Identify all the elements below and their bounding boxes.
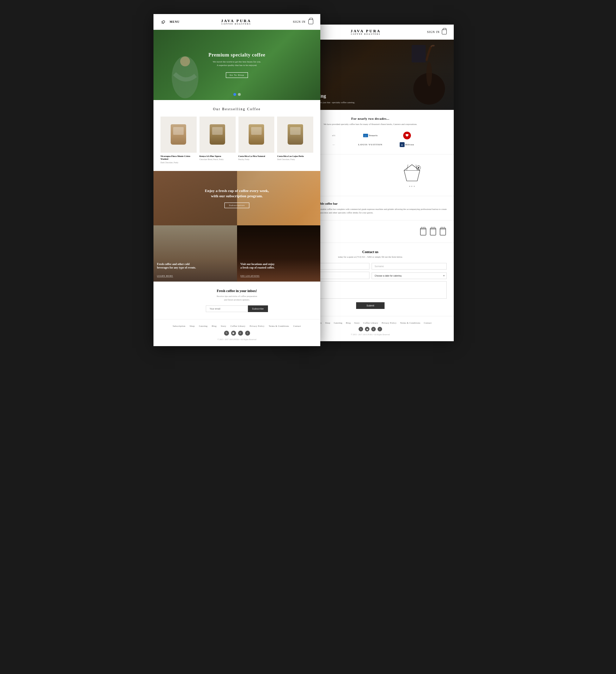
twitter-icon-right[interactable]: 𝕏 [359, 327, 363, 331]
newsletter-subscribe-btn[interactable]: Subscribe [248, 305, 268, 312]
product-card-4[interactable]: Costa Rica Las Lajas Perla Dark Chocolat… [277, 117, 313, 164]
submit-button[interactable]: Submit [356, 302, 385, 309]
signin-label-right[interactable]: SIGN IN [427, 31, 440, 34]
cup-icon-3 [439, 227, 447, 237]
product-card-1[interactable]: Nicaragua Finca Monte Cristo Washed Dark… [160, 117, 197, 164]
col-card-right-link[interactable]: SEE LOCATIONS [241, 275, 260, 277]
footer-right-blog[interactable]: Blog [346, 322, 351, 324]
product-name-2: Kenya AA Plus Nguvu [199, 155, 236, 158]
sub-cta[interactable]: Subscription [224, 203, 249, 208]
newsletter-section: Fresh coffee in your inbox! Receive tips… [153, 282, 320, 319]
hero-figure [168, 54, 203, 100]
facebook-icon[interactable]: f [245, 331, 250, 336]
bestselling-section: Our Bestselling Coffee Nicaragua Finca M… [153, 100, 320, 171]
col-card-left-link[interactable]: LEARN MORE [157, 275, 173, 277]
brand-tenaris: — Tenaris [363, 134, 378, 137]
bestselling-title: Our Bestselling Coffee [160, 107, 313, 111]
pinterest-icon-right[interactable]: P [371, 327, 376, 331]
sub-title: Enjoy a fresh cup of coffee every week,w… [205, 188, 269, 199]
product-name-4: Costa Rica Las Lajas Perla [277, 155, 313, 158]
menu-label[interactable]: MENU [170, 20, 179, 24]
brand-item-lv-partial: — [318, 144, 350, 146]
col-card-left[interactable]: Fresh coffee and other coldbeverages for… [153, 225, 237, 282]
instagram-icon[interactable]: ▣ [231, 331, 236, 336]
brand-lv-partial: — [333, 144, 335, 146]
footer-right-shop[interactable]: Shop [325, 322, 330, 324]
social-icons-left: 𝕏 ▣ P f [160, 331, 313, 336]
col-card-right-title: Visit our locations and enjoya fresh cup… [241, 263, 275, 270]
col-card-left-content: Fresh coffee and other coldbeverages for… [157, 263, 196, 278]
footer-right-story[interactable]: Story [354, 322, 360, 324]
newsletter-email-input[interactable] [206, 305, 248, 312]
tenaris-icon: — [363, 134, 368, 137]
cart-icon-left[interactable] [308, 19, 313, 24]
logo-main-right: JAVA PURA [350, 29, 381, 33]
product-desc-3: Peachy, Fruity [238, 158, 275, 161]
footer-right-privacy[interactable]: Privacy Policy [382, 322, 397, 324]
footer-left: Subscription Shop Catering Blog Story Co… [153, 319, 320, 346]
brands-grid: oft — Tenaris — [318, 132, 423, 147]
product-img-1 [160, 117, 197, 153]
footer-link-catering[interactable]: Catering [199, 325, 208, 327]
footer-right-coffee-library[interactable]: Coffee Library [363, 322, 378, 324]
brand-lv: LOUIS VUITTON [358, 143, 382, 146]
dot-active[interactable] [233, 93, 236, 96]
footer-link-blog[interactable]: Blog [212, 325, 217, 327]
twitter-icon[interactable]: 𝕏 [224, 331, 229, 336]
signin-label-left[interactable]: SIGN IN [293, 20, 306, 24]
logo-sub-left: COFFEE ROASTERS [221, 23, 251, 25]
svg-rect-16 [420, 228, 426, 230]
product-img-2 [199, 117, 236, 153]
logo-sub-right: COFFEE ROASTERS [350, 33, 381, 35]
brand-item-aha [391, 132, 423, 139]
cup-icon-1 [419, 227, 427, 237]
hero-person-svg [168, 54, 203, 100]
coffee-bag-4 [288, 124, 303, 145]
product-card-2[interactable]: Kenya AA Plus Nguvu Chocolate Blend, Pea… [199, 117, 236, 164]
footer-link-story[interactable]: Story [221, 325, 227, 327]
hero-dots [233, 93, 241, 96]
footer-link-subscription[interactable]: Subscription [173, 325, 185, 327]
footer-right-catering[interactable]: Catering [334, 322, 342, 324]
svg-point-1 [180, 57, 190, 66]
brand-hilton: H Hilton [400, 142, 414, 147]
aha-icon [403, 132, 411, 139]
date-select[interactable]: Choose a date for catering [372, 272, 447, 279]
instagram-icon-right[interactable]: ▣ [365, 327, 369, 331]
last-name-input[interactable] [372, 263, 447, 270]
footer-link-coffee-library[interactable]: Coffee Library [230, 325, 245, 327]
brand-item-hilton: H Hilton [391, 142, 423, 147]
brand-item-tenaris: — Tenaris [354, 134, 387, 137]
cup-icon-2 [429, 227, 437, 237]
facebook-icon-right[interactable]: f [378, 327, 382, 331]
date-select-wrapper: Choose a date for catering ▾ [372, 272, 447, 279]
diamond-section: ✦ ✦ ✦ [372, 154, 454, 196]
cart-icon-right[interactable] [442, 29, 447, 34]
col-card-right-content: Visit our locations and enjoya fresh cup… [241, 263, 275, 278]
nav-menu-left[interactable]: MENU [160, 18, 179, 25]
svg-point-3 [426, 62, 432, 86]
footer-link-privacy[interactable]: Privacy Policy [250, 325, 264, 327]
dot-inactive[interactable] [238, 93, 241, 96]
hero-title-left: Premium specialty coffee [209, 52, 266, 58]
footer-links-left: Subscription Shop Catering Blog Story Co… [160, 325, 313, 327]
footer-link-contact[interactable]: Contact [293, 325, 301, 327]
product-card-3[interactable]: Costa Rica La Pira Natural Peachy, Fruit… [238, 117, 275, 164]
newsletter-form: Subscribe [160, 305, 313, 312]
svg-text:—: — [364, 135, 367, 137]
svg-rect-21 [430, 228, 436, 230]
aha-heart-icon [405, 134, 409, 137]
footer-link-terms[interactable]: Terms & Conditions [269, 325, 289, 327]
pinterest-icon[interactable]: P [238, 331, 243, 336]
diamond-coffee-icon [401, 163, 422, 184]
svg-point-14 [418, 167, 419, 169]
decades-body: We have provided specialty coffee bars f… [318, 123, 423, 126]
newsletter-title: Fresh coffee in your inbox! [160, 289, 313, 293]
copyright-left: © 2015 - 2017 JAVA PURA • All Rights Res… [160, 338, 313, 341]
footer-right-contact[interactable]: Contact [424, 322, 432, 324]
col-card-right[interactable]: Visit our locations and enjoya fresh cup… [237, 225, 321, 282]
hero-cta-left[interactable]: Go To Shop [226, 72, 248, 78]
footer-link-shop[interactable]: Shop [190, 325, 195, 327]
col-card-left-title: Fresh coffee and other coldbeverages for… [157, 263, 196, 270]
footer-right-terms[interactable]: Terms & Conditions [400, 322, 420, 324]
